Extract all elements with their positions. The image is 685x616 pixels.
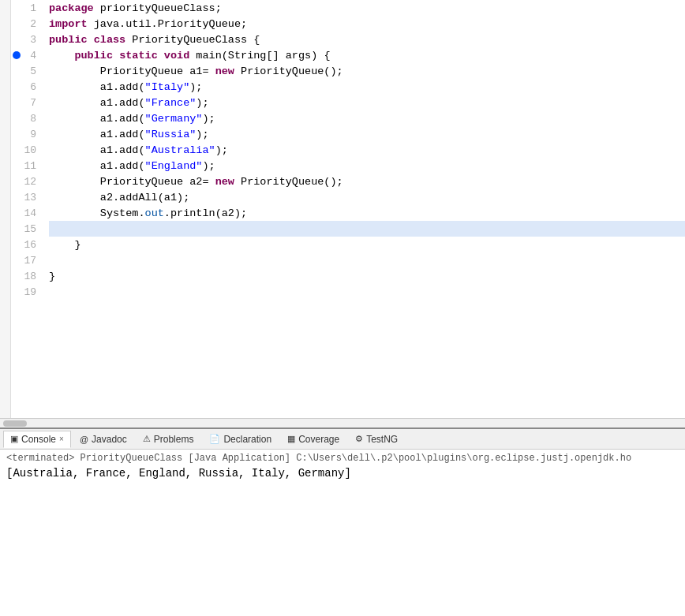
line-number-16: 16 xyxy=(11,237,41,252)
code-segment: } xyxy=(49,239,81,251)
code-segment: a1.add( xyxy=(49,129,145,140)
gutter-line-12 xyxy=(0,174,10,189)
line-number-7: 7 xyxy=(11,95,41,110)
declaration-tab-label: Declaration xyxy=(223,434,271,445)
code-line-16: } xyxy=(49,237,685,252)
code-segment: .println(a2); xyxy=(164,207,247,219)
code-segment: PriorityQueueClass { xyxy=(125,34,260,46)
line-number-8: 8 xyxy=(11,110,41,126)
code-line-12: PriorityQueue a2= new PriorityQueue(); xyxy=(49,174,685,189)
gutter-line-5 xyxy=(0,63,10,79)
gutter-line-6 xyxy=(0,79,10,95)
line-number-12: 12 xyxy=(11,174,41,189)
code-segment: "France" xyxy=(145,97,197,109)
line-number-5: 5 xyxy=(11,63,41,79)
code-segment: PriorityQueue(); xyxy=(234,65,343,77)
code-segment: a1.add( xyxy=(49,160,145,172)
code-line-8: a1.add("Germany"); xyxy=(49,110,685,126)
code-segment: PriorityQueue a2= xyxy=(49,176,215,188)
console-tab-label: Console xyxy=(21,434,56,445)
code-line-13: a2.addAll(a1); xyxy=(49,189,685,205)
code-segment: "Italy" xyxy=(145,81,190,93)
gutter-line-18 xyxy=(0,268,10,284)
code-line-11: a1.add("England"); xyxy=(49,158,685,174)
line-number-11: 11 xyxy=(11,158,41,174)
code-line-2: import java.util.PriorityQueue; xyxy=(49,16,685,32)
code-segment: new xyxy=(215,176,234,188)
line-number-2: 2 xyxy=(11,16,41,32)
gutter-line-13 xyxy=(0,189,10,205)
tab-declaration[interactable]: 📄Declaration xyxy=(202,431,279,448)
line-number-19: 19 xyxy=(11,284,41,300)
line-number-6: 6 xyxy=(11,79,41,95)
line-number-1: 1 xyxy=(11,0,41,16)
gutter-line-8 xyxy=(0,110,10,126)
code-segment: ); xyxy=(196,97,208,109)
left-gutter xyxy=(0,0,11,418)
line-number-13: 13 xyxy=(11,189,41,205)
code-line-15 xyxy=(49,221,685,237)
code-segment: ); xyxy=(189,81,202,93)
code-line-10: a1.add("Australia"); xyxy=(49,142,685,158)
line-number-18: 18 xyxy=(11,268,41,284)
scrollbar-thumb[interactable] xyxy=(3,420,27,427)
line-number-3: 3 xyxy=(11,32,41,47)
code-segment: static xyxy=(119,50,158,62)
code-line-19 xyxy=(49,284,685,300)
code-segment: class xyxy=(94,34,126,46)
problems-tab-icon: ⚠ xyxy=(143,434,151,444)
code-line-17 xyxy=(49,252,685,268)
code-segment: java.util.PriorityQueue; xyxy=(88,18,248,30)
javadoc-tab-icon: @ xyxy=(80,435,88,444)
problems-tab-label: Problems xyxy=(154,434,194,445)
code-line-1: package priorityQueueClass; xyxy=(49,0,685,16)
console-content: <terminated> PriorityQueueClass [Java Ap… xyxy=(0,450,685,616)
horizontal-scrollbar[interactable] xyxy=(0,418,685,427)
code-segment: a1.add( xyxy=(49,144,145,156)
code-segment: ); xyxy=(202,160,215,172)
gutter-line-9 xyxy=(0,126,10,142)
code-segment: a2.addAll(a1); xyxy=(49,192,189,203)
console-output: [Australia, France, England, Russia, Ita… xyxy=(6,467,679,480)
code-segment: System. xyxy=(49,207,145,219)
code-segment: out xyxy=(145,207,164,219)
console-tab-icon: ▣ xyxy=(10,434,18,444)
code-segment: ); xyxy=(202,113,215,125)
code-line-9: a1.add("Russia"); xyxy=(49,126,685,142)
coverage-tab-label: Coverage xyxy=(298,434,339,445)
code-line-4: public static void main(String[] args) { xyxy=(49,47,685,63)
code-segment: ); xyxy=(196,129,208,140)
code-segment: public xyxy=(49,34,88,46)
tab-javadoc[interactable]: @Javadoc xyxy=(73,431,134,448)
code-segment xyxy=(113,50,119,62)
code-segment: import xyxy=(49,18,88,30)
gutter-line-10 xyxy=(0,142,10,158)
tab-console[interactable]: ▣Console× xyxy=(3,431,71,448)
code-segment: "Russia" xyxy=(145,129,197,140)
code-segment: "Australia" xyxy=(145,144,215,156)
tab-coverage[interactable]: ▦Coverage xyxy=(280,431,346,448)
line-number-14: 14 xyxy=(11,205,41,221)
code-segment: a1.add( xyxy=(49,97,145,109)
console-status: <terminated> PriorityQueueClass [Java Ap… xyxy=(6,453,679,464)
code-lines[interactable]: package priorityQueueClass;import java.u… xyxy=(41,0,685,418)
code-segment: public xyxy=(74,50,113,62)
gutter-line-15 xyxy=(0,221,10,237)
line-number-15: 15 xyxy=(11,221,41,237)
line-number-17: 17 xyxy=(11,252,41,268)
code-line-14: System.out.println(a2); xyxy=(49,205,685,221)
code-segment: } xyxy=(49,271,55,282)
gutter-line-7 xyxy=(0,95,10,110)
code-segment: "Germany" xyxy=(145,113,203,125)
gutter-line-2 xyxy=(0,16,10,32)
code-line-3: public class PriorityQueueClass { xyxy=(49,32,685,47)
line-number-9: 9 xyxy=(11,126,41,142)
tab-problems[interactable]: ⚠Problems xyxy=(136,431,201,448)
tab-testng[interactable]: ⚙TestNG xyxy=(348,431,405,448)
console-tab-close[interactable]: × xyxy=(59,435,64,443)
code-segment: "England" xyxy=(145,160,203,172)
code-segment: new xyxy=(215,65,234,77)
line-number-4: 4 xyxy=(11,47,41,63)
gutter-line-14 xyxy=(0,205,10,221)
code-line-5: PriorityQueue a1= new PriorityQueue(); xyxy=(49,63,685,79)
